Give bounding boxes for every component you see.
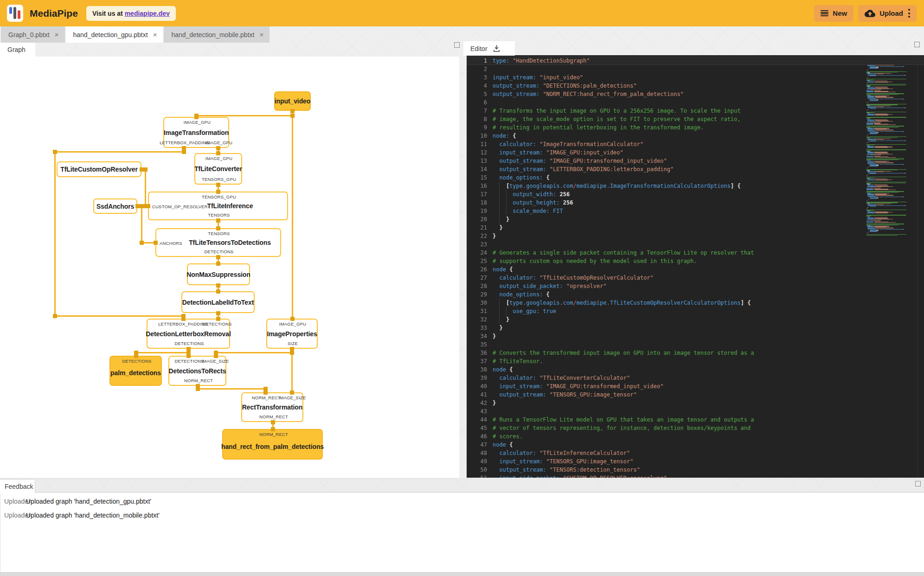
expand-graph-panel-icon[interactable] — [454, 42, 460, 48]
code-line-5[interactable]: 5output_stream: "NORM_RECT:hand_rect_fro… — [467, 90, 924, 98]
code-line-1[interactable]: 1type: "HandDetectionSubgraph" — [467, 57, 924, 65]
graph-node-image_properties[interactable]: ImagePropertiesIMAGE_GPUSIZE — [266, 319, 318, 349]
node-title: DetectionLetterboxRemoval — [146, 330, 231, 338]
code-line-47[interactable]: 47node { — [467, 441, 924, 449]
code-line-12[interactable]: 12 input_stream: "IMAGE_GPU:input_video" — [467, 148, 924, 157]
code-line-38[interactable]: 38node { — [467, 365, 924, 374]
code-line-27[interactable]: 27 calculator: "TfLiteCustomOpResolverCa… — [467, 274, 924, 282]
code-line-51[interactable]: 51 input_side_packet: "CUSTOM_OP_RESOLVE… — [467, 474, 924, 478]
graph-node-palm_detections[interactable]: palm_detectionsDETECTIONS — [109, 356, 162, 386]
graph-node-rect_transformation[interactable]: RectTransformationNORM_RECTIMAGE_SIZENOR… — [241, 392, 303, 422]
code-line-40[interactable]: 40 input_stream: "IMAGE_GPU:transformed_… — [467, 382, 924, 390]
code-line-20[interactable]: 20 } — [467, 215, 924, 224]
expand-editor-panel-icon[interactable] — [914, 42, 920, 47]
file-tab-0[interactable]: Graph_0.pbtxt× — [1, 26, 65, 43]
expand-feedback-panel-icon[interactable] — [915, 481, 921, 486]
line-number: 4 — [467, 82, 487, 90]
code-line-42[interactable]: 42} — [467, 399, 924, 407]
new-button[interactable]: New — [814, 5, 853, 22]
file-tab-2[interactable]: hand_detection_mobile.pbtxt× — [164, 26, 270, 43]
graph-edge — [54, 315, 184, 317]
mediapipe-dev-link[interactable]: mediapipe.dev — [125, 10, 170, 17]
code-line-36[interactable]: 36# Converts the transformed input image… — [467, 349, 924, 357]
graph-node-ssd_anchors[interactable]: SsdAnchors — [93, 198, 137, 214]
line-number: 15 — [467, 173, 487, 182]
tab-graph[interactable]: Graph — [0, 42, 35, 57]
code-line-25[interactable]: 25# supports custom ops needed by the mo… — [467, 257, 924, 265]
code-line-31[interactable]: 31 use_gpu: true — [467, 307, 924, 315]
line-number: 12 — [467, 148, 487, 157]
code-text: } — [493, 215, 509, 224]
code-text: output_side_packet: "opresolver" — [493, 282, 607, 290]
code-line-24[interactable]: 24# Generates a single side packet conta… — [467, 249, 924, 257]
code-line-6[interactable]: 6 — [467, 98, 924, 107]
edge-connector-square — [271, 427, 275, 431]
graph-node-detection_letterbox_removal[interactable]: DetectionLetterboxRemovalLETTERBOX_PADDI… — [147, 319, 230, 349]
code-line-16[interactable]: 16 [type.googleapis.com/mediapipe.ImageT… — [467, 182, 924, 190]
indent-guide — [499, 307, 500, 315]
code-line-34[interactable]: 34} — [467, 332, 924, 340]
code-line-7[interactable]: 7# Transforms the input image on GPU to … — [467, 107, 924, 115]
graph-node-hand_rect_from_palm_detections[interactable]: hand_rect_from_palm_detectionsNORM_RECT — [222, 429, 323, 460]
code-line-4[interactable]: 4output_stream: "DETECTIONS:palm_detecti… — [467, 82, 924, 90]
feedback-log: UploaderUploaded graph 'hand_detection_g… — [0, 493, 924, 572]
code-line-19[interactable]: 19 scale_mode: FIT — [467, 207, 924, 215]
code-line-10[interactable]: 10node: { — [467, 132, 924, 140]
code-line-35[interactable]: 35 — [467, 340, 924, 349]
graph-node-tflite_tensors_to_detections[interactable]: TfLiteTensorsToDetectionsTENSORSDETECTIO… — [155, 228, 281, 257]
tab-feedback[interactable]: Feedback — [0, 479, 35, 493]
code-line-49[interactable]: 49 input_stream: "TENSORS_GPU:image_tens… — [467, 457, 924, 466]
file-tab-1[interactable]: hand_detection_gpu.pbtxt× — [66, 26, 163, 43]
graph-node-detections_to_rects[interactable]: DetectionsToRectsDETECTIONSIMAGE_SIZENOR… — [168, 356, 226, 386]
graph-canvas[interactable]: input_videoImageTransformationIMAGE_GPUL… — [0, 57, 459, 478]
upload-menu-kebab-icon[interactable] — [908, 8, 910, 19]
code-line-28[interactable]: 28 output_side_packet: "opresolver" — [467, 282, 924, 290]
code-line-21[interactable]: 21 } — [467, 224, 924, 232]
download-icon[interactable] — [492, 44, 501, 53]
code-line-22[interactable]: 22} — [467, 232, 924, 240]
code-line-43[interactable]: 43 — [467, 407, 924, 416]
line-number: 6 — [467, 98, 487, 107]
graph-node-detection_label_id_to_text[interactable]: DetectionLabelIdToText — [181, 291, 255, 313]
graph-node-tflite_custom_op_resolver[interactable]: TfLiteCustomOpResolver — [57, 161, 141, 177]
code-line-45[interactable]: 45# vector of tensors representing, for … — [467, 424, 924, 432]
code-line-41[interactable]: 41 output_stream: "TENSORS_GPU:image_ten… — [467, 390, 924, 399]
code-text: # supports custom ops needed by the mode… — [493, 257, 697, 265]
graph-node-tflite_inference[interactable]: TfLiteInferenceTENSORS_GPUTENSORSCUSTOM_… — [148, 192, 288, 220]
code-line-30[interactable]: 30 [type.googleapis.com/mediapipe.TfLite… — [467, 299, 924, 307]
close-tab-icon[interactable]: × — [259, 31, 263, 38]
code-editor[interactable]: 1type: "HandDetectionSubgraph"23input_st… — [467, 55, 924, 478]
code-line-48[interactable]: 48 calculator: "TfLiteInferenceCalculato… — [467, 449, 924, 457]
code-line-14[interactable]: 14 output_stream: "LETTERBOX_PADDING:let… — [467, 165, 924, 173]
code-line-26[interactable]: 26node { — [467, 265, 924, 274]
code-line-9[interactable]: 9# resulting in potential letterboxing i… — [467, 123, 924, 132]
graph-node-input_video[interactable]: input_video — [274, 91, 311, 111]
code-line-44[interactable]: 44# Runs a TensorFlow Lite model on GPU … — [467, 416, 924, 424]
code-line-50[interactable]: 50 output_stream: "TENSORS:detection_ten… — [467, 466, 924, 474]
graph-node-image_transformation[interactable]: ImageTransformationIMAGE_GPULETTERBOX_PA… — [163, 117, 229, 148]
close-tab-icon[interactable]: × — [153, 31, 157, 38]
close-tab-icon[interactable]: × — [55, 31, 59, 38]
code-line-39[interactable]: 39 calculator: "TfLiteConverterCalculato… — [467, 374, 924, 382]
bottom-scrollbar-strip[interactable] — [0, 572, 924, 576]
graph-node-tflite_converter[interactable]: TfLiteConverterIMAGE_GPUTENSORS_GPU — [194, 153, 242, 185]
code-line-8[interactable]: 8# image, the scale_mode option is set t… — [467, 115, 924, 123]
code-line-18[interactable]: 18 output_height: 256 — [467, 198, 924, 207]
tab-editor[interactable]: Editor — [463, 41, 515, 56]
code-line-3[interactable]: 3input_stream: "input_video" — [467, 73, 924, 82]
code-line-17[interactable]: 17 output_width: 256 — [467, 190, 924, 198]
code-line-33[interactable]: 33 } — [467, 324, 924, 332]
graph-node-non_max_suppression[interactable]: NonMaxSuppression — [187, 263, 250, 285]
code-line-11[interactable]: 11 calculator: "ImageTransformationCalcu… — [467, 140, 924, 148]
node-title: ImageTransformation — [164, 129, 229, 136]
code-line-32[interactable]: 32 } — [467, 315, 924, 324]
code-line-23[interactable]: 23 — [467, 240, 924, 249]
upload-button[interactable]: Upload — [858, 5, 917, 22]
line-number: 30 — [467, 299, 487, 307]
code-line-37[interactable]: 37# TfLiteTensor. — [467, 357, 924, 365]
code-line-15[interactable]: 15 node_options: { — [467, 173, 924, 182]
code-line-46[interactable]: 46# scores. — [467, 432, 924, 441]
code-line-29[interactable]: 29 node_options: { — [467, 290, 924, 299]
code-line-2[interactable]: 2 — [467, 65, 924, 73]
code-line-13[interactable]: 13 output_stream: "IMAGE_GPU:transformed… — [467, 157, 924, 165]
